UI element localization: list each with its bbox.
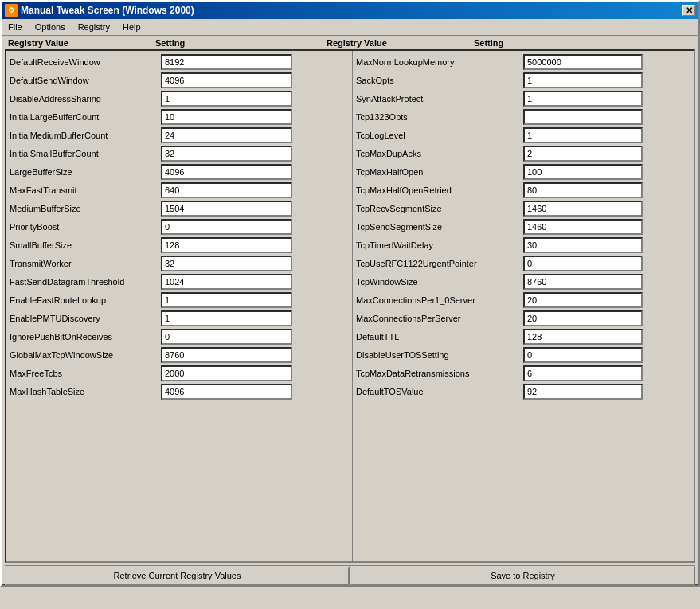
table-row: TcpMaxDupAcks — [356, 146, 690, 162]
table-row: DefaultTOSValue — [356, 384, 690, 400]
registry-label: LargeBufferSize — [10, 167, 161, 177]
registry-label: MaxHashTableSize — [10, 387, 161, 396]
registry-input[interactable] — [523, 72, 643, 88]
registry-label: Tcp1323Opts — [356, 112, 523, 122]
table-row: LargeBufferSize — [10, 164, 349, 180]
table-row: TcpTimedWaitDelay — [356, 237, 690, 253]
col-header-setting-right: Setting — [474, 38, 621, 48]
registry-label: TcpMaxDataRetransmissions — [356, 369, 523, 378]
table-row: Tcp1323Opts — [356, 109, 690, 125]
registry-input[interactable] — [161, 72, 292, 88]
registry-label: EnableFastRouteLookup — [10, 295, 161, 305]
registry-input[interactable] — [161, 201, 292, 217]
registry-input[interactable] — [523, 274, 643, 290]
menu-registry[interactable]: Registry — [72, 21, 116, 33]
registry-input[interactable] — [161, 237, 292, 253]
col-header-registry-value-right: Registry Value — [327, 38, 474, 48]
registry-input[interactable] — [161, 164, 292, 180]
table-row: MaxFreeTcbs — [10, 365, 349, 381]
registry-input[interactable] — [523, 182, 643, 198]
registry-label: SackOpts — [356, 76, 523, 85]
col-header-registry-value: Registry Value — [8, 38, 155, 48]
table-row: SmallBufferSize — [10, 237, 349, 253]
table-row: FastSendDatagramThreshold — [10, 274, 349, 290]
registry-input[interactable] — [161, 127, 292, 143]
registry-label: DisableAddressSharing — [10, 94, 161, 103]
left-registry-rows: DefaultReceiveWindowDefaultSendWindowDis… — [10, 54, 349, 400]
table-row: TcpRecvSegmentSize — [356, 201, 690, 217]
menu-file[interactable]: File — [2, 21, 29, 33]
registry-input[interactable] — [523, 292, 643, 308]
table-row: MaxNormLookupMemory — [356, 54, 690, 70]
registry-input[interactable] — [161, 91, 292, 107]
retrieve-button[interactable]: Retrieve Current Registry Values — [5, 566, 350, 585]
registry-input[interactable] — [523, 365, 643, 381]
registry-label: SynAttackProtect — [356, 94, 523, 103]
registry-label: DefaultTOSValue — [356, 387, 523, 396]
registry-input[interactable] — [161, 54, 292, 70]
registry-input[interactable] — [523, 201, 643, 217]
registry-input[interactable] — [161, 219, 292, 235]
registry-label: DisableUserTOSSetting — [356, 350, 523, 360]
table-row: DisableUserTOSSetting — [356, 347, 690, 363]
window-title: Manual Tweak Screen (Windows 2000) — [21, 5, 194, 16]
table-row: PriorityBoost — [10, 219, 349, 235]
registry-input[interactable] — [161, 146, 292, 162]
table-row: SackOpts — [356, 72, 690, 88]
registry-input[interactable] — [523, 54, 643, 70]
registry-input[interactable] — [523, 164, 643, 180]
registry-label: TcpLogLevel — [356, 131, 523, 140]
registry-label: DefaultSendWindow — [10, 76, 161, 85]
registry-input[interactable] — [523, 237, 643, 253]
registry-label: FastSendDatagramThreshold — [10, 277, 161, 287]
registry-label: DefaultTTL — [356, 332, 523, 342]
registry-input[interactable] — [523, 127, 643, 143]
table-row: SynAttackProtect — [356, 91, 690, 107]
registry-label: MaxFreeTcbs — [10, 369, 161, 378]
registry-label: TcpUseRFC1122UrgentPointer — [356, 259, 523, 268]
registry-input[interactable] — [523, 219, 643, 235]
left-panel: DefaultReceiveWindowDefaultSendWindowDis… — [6, 51, 353, 561]
registry-input[interactable] — [161, 384, 292, 400]
registry-input[interactable] — [523, 329, 643, 345]
right-registry-rows: MaxNormLookupMemorySackOptsSynAttackProt… — [356, 54, 690, 400]
save-button[interactable]: Save to Registry — [350, 566, 695, 585]
registry-input[interactable] — [523, 109, 643, 125]
registry-label: DefaultReceiveWindow — [10, 57, 161, 67]
registry-input[interactable] — [161, 109, 292, 125]
table-row: DefaultReceiveWindow — [10, 54, 349, 70]
registry-input[interactable] — [161, 329, 292, 345]
table-row: MaxConnectionsPer1_0Server — [356, 292, 690, 308]
menu-bar: File Options Registry Help — [2, 19, 698, 36]
registry-input[interactable] — [523, 347, 643, 363]
registry-input[interactable] — [523, 91, 643, 107]
registry-input[interactable] — [161, 365, 292, 381]
registry-input[interactable] — [161, 274, 292, 290]
registry-input[interactable] — [523, 256, 643, 271]
table-row: DefaultSendWindow — [10, 72, 349, 88]
registry-input[interactable] — [523, 146, 643, 162]
table-row: DefaultTTL — [356, 329, 690, 345]
registry-input[interactable] — [523, 310, 643, 326]
registry-label: TcpWindowSize — [356, 277, 523, 287]
close-button[interactable]: ✕ — [682, 5, 695, 16]
registry-input[interactable] — [161, 310, 292, 326]
registry-input[interactable] — [523, 384, 643, 400]
table-row: InitialLargeBufferCount — [10, 109, 349, 125]
registry-label: MaxConnectionsPer1_0Server — [356, 295, 523, 305]
table-row: TcpMaxHalfOpen — [356, 164, 690, 180]
table-row: EnablePMTUDiscovery — [10, 310, 349, 326]
registry-input[interactable] — [161, 182, 292, 198]
registry-input[interactable] — [161, 347, 292, 363]
window-icon: ⚙ — [5, 4, 18, 17]
menu-options[interactable]: Options — [29, 21, 72, 33]
registry-input[interactable] — [161, 292, 292, 308]
registry-label: MaxConnectionsPerServer — [356, 314, 523, 323]
table-row: TcpWindowSize — [356, 274, 690, 290]
menu-help[interactable]: Help — [116, 21, 147, 33]
registry-input[interactable] — [161, 256, 292, 271]
col-header-setting-left: Setting — [155, 38, 303, 48]
main-window: ⚙ Manual Tweak Screen (Windows 2000) ✕ F… — [0, 0, 700, 587]
registry-label: TcpMaxDupAcks — [356, 149, 523, 158]
registry-label: InitialLargeBufferCount — [10, 112, 161, 122]
